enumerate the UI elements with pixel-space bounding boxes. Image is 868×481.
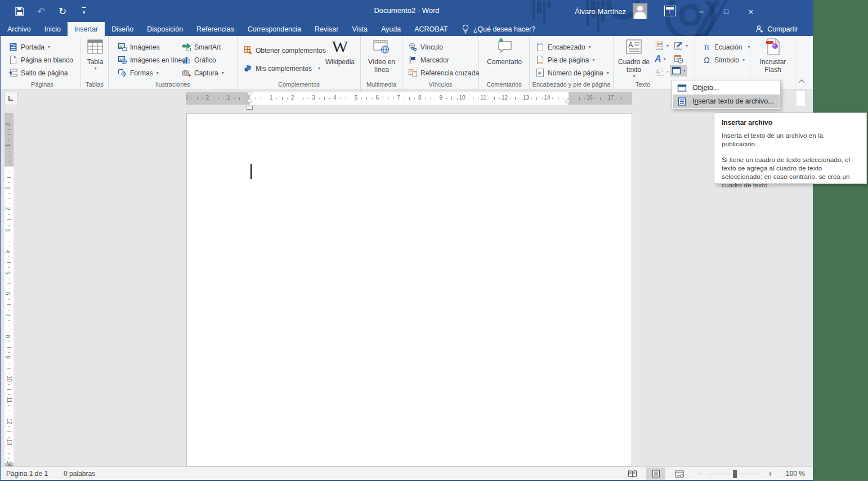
page-break-button[interactable]: Salto de página [7,67,69,79]
online-images-button[interactable]: Imágenes en línea [117,54,187,66]
maximize-button[interactable]: □ [714,1,739,22]
chevron-down-icon: ▾ [666,43,669,48]
ruler-rdot [595,98,596,99]
zoom-out-button[interactable]: − [693,469,705,478]
online-images-icon [118,55,127,65]
cross-reference-button[interactable]: Referencia cruzada [407,67,480,79]
page-number-button[interactable]: # Número de página▾ [534,67,610,79]
ruler-vdot [8,405,10,406]
print-layout-button[interactable] [646,467,665,480]
tab-diseno[interactable]: Diseño [105,22,140,36]
ruler-rdot [510,98,511,99]
drop-cap-button[interactable]: A ▾ [653,66,670,78]
read-mode-button[interactable] [623,467,642,480]
print-layout-icon [652,470,660,478]
ruler-vdot [8,437,10,438]
zoom-slider-thumb[interactable] [733,470,737,478]
web-layout-button[interactable] [670,467,689,480]
symbol-button[interactable]: Ω Símbolo▾ [701,54,746,66]
equation-button[interactable]: π Ecuación▾ [701,41,751,53]
tab-referencias[interactable]: Referencias [190,22,241,36]
tab-ayuda[interactable]: Ayuda [374,22,408,36]
shapes-button[interactable]: Formas▾ [117,67,160,79]
ruler-rdot [436,98,436,99]
embed-flash-button[interactable]: Incrustar Flash [756,38,790,74]
chart-label: Gráfico [194,56,216,64]
tab-acrobat[interactable]: ACROBAT [408,22,455,36]
tab-correspondencia[interactable]: Correspondencia [241,22,308,36]
avatar[interactable] [633,3,647,19]
images-button[interactable]: Imágenes [117,41,161,53]
quick-parts-button[interactable]: ▾ [653,40,670,52]
insert-file-tooltip: Insertar archivo Inserta el texto de un … [714,113,867,184]
tab-disposicion[interactable]: Disposición [140,22,190,36]
my-addins-button[interactable]: Mis complementos▾ [242,62,321,74]
footer-button[interactable]: Pie de página▾ [534,54,596,66]
zoom-level[interactable]: 100 % [780,470,805,478]
datetime-button[interactable] [672,53,685,65]
hanging-indent-marker[interactable] [247,98,252,102]
ruler-vnum: 8 [5,335,11,338]
menu-item-insertar-texto-label: Insertar texto de archivo... [692,97,774,105]
scrollbar-top[interactable] [797,91,805,106]
screenshot-button[interactable]: Captura▾ [181,67,225,79]
comment-button[interactable]: Comentario [484,38,525,66]
table-button[interactable]: Tabla ▾ [86,38,105,71]
chevron-down-icon: ▾ [664,56,666,61]
page-indicator[interactable]: Página 1 de 1 [6,470,48,478]
ribbon-display-options-icon[interactable] [664,6,675,16]
insert-text-menu-icon [677,97,687,106]
ruler-vdot [8,151,10,151]
shapes-icon [118,68,127,78]
tell-me-box[interactable]: ¿Qué desea hacer? [455,22,543,36]
drop-cap-icon: A [655,67,664,77]
chart-button[interactable]: Gráfico [181,54,217,66]
ruler-vnum: 3 [5,228,11,232]
left-indent-marker[interactable] [247,106,253,110]
group-label-ilustraciones: Ilustraciones [109,81,237,88]
zoom-in-button[interactable]: + [764,469,776,478]
menu-item-insertar-texto[interactable]: Insertar texto de archivo... [673,95,780,108]
minimize-button[interactable]: − [689,1,714,22]
avatar-head [637,6,643,11]
menu-item-objeto[interactable]: Objeto... [673,81,780,95]
cover-page-button[interactable]: Portada▾ [7,41,51,53]
right-indent-marker[interactable] [565,98,571,102]
tab-inicio[interactable]: Inicio [38,22,68,36]
object-button[interactable]: ▾ [670,65,687,77]
ruler-rdot [202,98,203,99]
word-count[interactable]: 0 palabras [64,470,95,478]
tab-selector[interactable] [4,92,17,105]
link-button[interactable]: Vínculo [407,41,444,53]
zoom-slider[interactable] [709,474,760,474]
blank-page-button[interactable]: Página en blanco [7,54,74,66]
smartart-button[interactable]: SmartArt [181,41,222,53]
collapse-ribbon-button[interactable] [797,78,807,86]
ruler-vdot [8,299,10,300]
ruler-rdot [383,98,383,99]
cover-page-icon [8,42,18,52]
online-video-button[interactable]: Vídeo en línea [367,38,396,74]
tab-archivo[interactable]: Archivo [1,22,38,36]
document-page[interactable] [186,113,632,466]
header-button[interactable]: Encabezado▾ [534,41,592,53]
first-line-indent-marker[interactable] [247,92,252,96]
user-area[interactable]: Álvaro Martínez [575,1,647,22]
vertical-ruler[interactable]: 211234567891011121314 [5,113,14,466]
close-button[interactable]: × [739,1,763,22]
get-addins-button[interactable]: Obtener complementos [242,44,327,56]
cross-reference-label: Referencia cruzada [420,69,479,77]
share-button[interactable]: Compartir [755,22,798,36]
wikipedia-button[interactable]: W Wikipedia [323,38,357,66]
bookmark-button[interactable]: Marcador [407,54,450,66]
web-layout-icon [675,470,684,478]
tab-insertar[interactable]: Insertar [68,22,105,36]
tab-vista[interactable]: Vista [345,22,374,36]
signature-line-button[interactable]: ▾ [672,40,690,52]
group-label-vinculos: Vínculos [402,81,478,88]
wordart-button[interactable]: A ▾ [653,53,668,65]
text-box-button[interactable]: A Cuadro de texto ▾ [617,38,651,79]
tab-revisar[interactable]: Revisar [308,22,345,36]
status-left: Página 1 de 1 0 palabras [1,470,95,478]
ruler-vdot [8,352,10,353]
